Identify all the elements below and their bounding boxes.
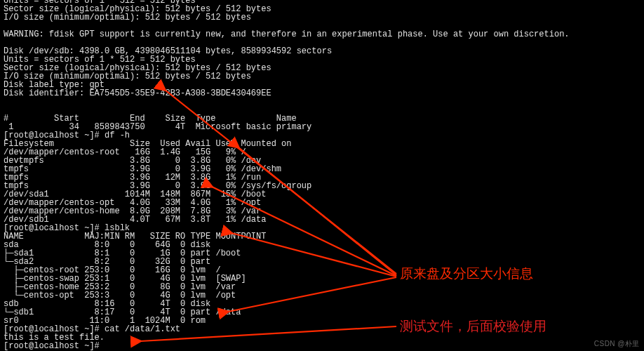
terminal-line: WARNING: fdisk GPT support is currently … [4,30,570,39]
terminal-output: Units = sectors of 1 * 512 = 512 bytesSe… [4,0,570,350]
annotation-test-file: 测试文件，后面校验使用 [400,323,546,331]
annotation-disk-info: 原来盘及分区大小信息 [400,270,533,279]
watermark: CSDN @朴里 [594,340,640,348]
terminal-line: [root@localhost ~]# [4,342,570,350]
terminal-line [4,98,570,106]
terminal-line: Disk identifier: EA7545D5-35E9-42B3-A308… [4,89,570,98]
terminal-line: I/O size (minimum/optimal): 512 bytes / … [4,13,570,22]
